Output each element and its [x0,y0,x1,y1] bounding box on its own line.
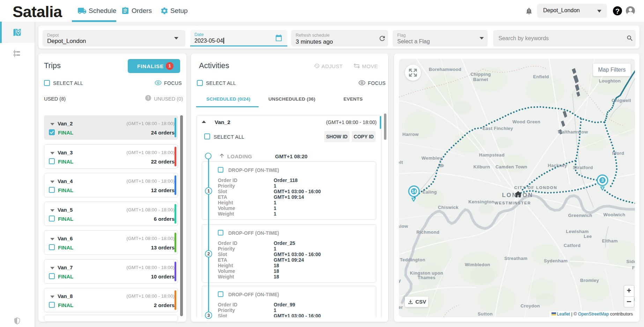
svg-text:Sutton: Sutton [478,311,493,317]
svg-text:Catford: Catford [564,243,580,248]
svg-text:Ealing: Ealing [423,189,437,195]
svg-text:Eltham: Eltham [602,238,617,244]
svg-text:Kilburn: Kilburn [473,164,490,169]
svg-text:Harrow: Harrow [402,132,419,137]
svg-text:Sydenham: Sydenham [544,258,568,263]
svg-text:Chigwell: Chigwell [612,98,631,103]
svg-text:Richmond: Richmond [416,230,439,235]
svg-text:Lewisham: Lewisham [566,229,589,234]
svg-text:Ilford: Ilford [612,151,624,156]
svg-text:Streatham: Streatham [504,256,527,261]
svg-text:Enfield: Enfield [533,74,549,79]
svg-text:CITY OF LONDON: CITY OF LONDON [514,186,557,190]
svg-text:Chipping: Chipping [471,72,491,77]
svg-text:Barnet: Barnet [473,77,488,82]
svg-text:Walthamstow: Walthamstow [558,129,588,135]
svg-text:14: 14 [412,189,416,194]
svg-text:Bromley: Bromley [580,278,599,283]
svg-text:Greenwich: Greenwich [568,213,592,218]
svg-text:Teddington: Teddington [400,257,425,262]
svg-text:Chiswick: Chiswick [438,205,459,210]
svg-text:olt: olt [399,160,403,165]
svg-text:Lee: Lee [584,234,592,239]
svg-text:WESTMINSTER: WESTMINSTER [495,201,531,205]
svg-text:y: y [399,278,401,283]
svg-text:Hampstead: Hampstead [479,152,505,158]
svg-text:slow: slow [399,224,408,229]
svg-text:Croydon: Croydon [520,303,540,308]
svg-text:Kensington: Kensington [468,199,495,204]
svg-text:Thames: Thames [418,275,436,280]
svg-text:Stratford: Stratford [573,165,593,170]
svg-text:Wood Green: Wood Green [512,119,540,124]
svg-text:Wembley: Wembley [422,155,442,161]
svg-text:Wimbledon: Wimbledon [465,262,490,267]
svg-text:Fo: Fo [632,265,635,270]
svg-text:3: 3 [601,178,604,183]
svg-text:Woolwich: Woolwich [604,212,626,217]
svg-text:Borehamwood: Borehamwood [429,67,461,72]
svg-text:Camden Town: Camden Town [495,164,527,169]
svg-text:Hackney: Hackney [548,163,567,168]
svg-text:Sidcu: Sidcu [627,259,635,264]
svg-text:East Finchley: East Finchley [482,126,513,131]
svg-text:Loughton: Loughton [599,78,621,83]
svg-text:er: er [399,305,403,310]
